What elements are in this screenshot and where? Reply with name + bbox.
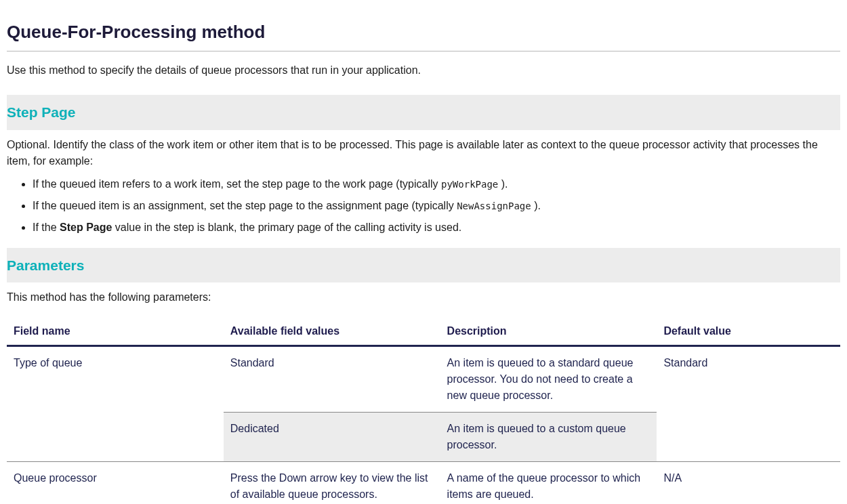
cell-value: Dedicated (224, 413, 440, 462)
parameters-table: Field name Available field values Descri… (7, 318, 840, 504)
list-text: ). (498, 178, 508, 190)
page-title: Queue-For-Processing method (7, 19, 840, 45)
code-literal: pyWorkPage (441, 179, 498, 190)
parameters-heading: Parameters (7, 248, 840, 283)
cell-desc: A name of the queue processor to which i… (440, 462, 657, 505)
list-item: If the Step Page value in the step is bl… (33, 219, 840, 236)
cell-desc: An item is queued to a standard queue pr… (440, 346, 657, 413)
header-field-name: Field name (7, 318, 224, 346)
table-row: Type of queue Standard An item is queued… (7, 346, 840, 413)
cell-value: Press the Down arrow key to view the lis… (224, 462, 440, 505)
list-text: ). (531, 200, 541, 211)
table-header-row: Field name Available field values Descri… (7, 318, 840, 346)
list-text: If the queued item refers to a work item… (33, 178, 441, 190)
cell-default: Standard (657, 346, 840, 462)
header-description: Description (440, 318, 657, 346)
list-item: If the queued item is an assignment, set… (33, 198, 840, 214)
list-text: If the (33, 222, 60, 233)
table-row: Queue processor Press the Down arrow key… (7, 462, 840, 505)
header-available-values: Available field values (224, 318, 440, 346)
step-page-list: If the queued item refers to a work item… (7, 176, 840, 236)
step-page-strong: Step Page (60, 222, 112, 233)
parameters-lead: This method has the following parameters… (7, 289, 840, 306)
title-divider (7, 51, 840, 51)
cell-field: Type of queue (7, 346, 224, 462)
intro-paragraph: Use this method to specify the details o… (7, 62, 840, 79)
step-page-heading: Step Page (7, 95, 840, 130)
list-text: If the queued item is an assignment, set… (33, 200, 457, 211)
list-text: value in the step is blank, the primary … (112, 222, 461, 233)
cell-field: Queue processor (7, 462, 224, 505)
header-default-value: Default value (657, 318, 840, 346)
step-page-lead: Optional. Identify the class of the work… (7, 137, 840, 169)
cell-desc: An item is queued to a custom queue proc… (440, 413, 657, 462)
list-item: If the queued item refers to a work item… (33, 176, 840, 192)
code-literal: NewAssignPage (457, 201, 531, 211)
cell-value: Standard (224, 346, 440, 413)
cell-default: N/A (657, 462, 840, 505)
